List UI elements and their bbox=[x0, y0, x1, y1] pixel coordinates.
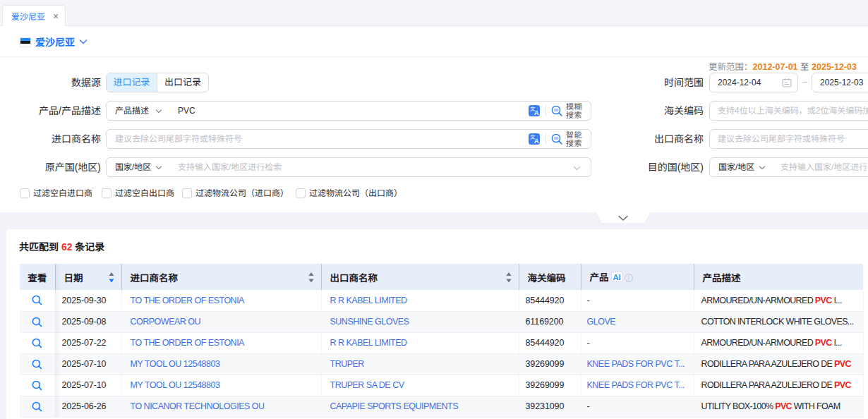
svg-text:A: A bbox=[534, 138, 539, 145]
svg-text:A: A bbox=[534, 109, 539, 116]
